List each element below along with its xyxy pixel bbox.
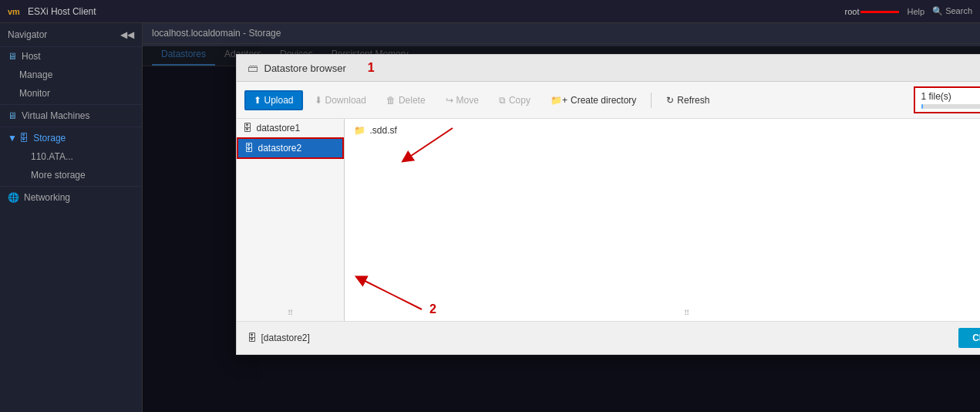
toolbar-separator bbox=[651, 93, 652, 108]
delete-icon: 🗑 bbox=[386, 95, 396, 106]
move-icon: ↪ bbox=[446, 95, 453, 106]
topbar-user: root bbox=[844, 7, 899, 16]
dialog-toolbar: ⬆ Upload ⬇ Download 🗑 Delete ↪ Move bbox=[237, 82, 981, 119]
create-dir-icon: 📁+ bbox=[551, 95, 567, 106]
copy-button[interactable]: ⧉ Copy bbox=[490, 91, 539, 110]
sidebar-item-storage[interactable]: ▼ 🗄 Storage bbox=[0, 129, 142, 147]
sidebar-item-monitor[interactable]: Monitor bbox=[0, 84, 142, 103]
dialog-footer: 🗄 [datastore2] CLOSE bbox=[237, 321, 981, 354]
files-info-box: 1 file(s) 2% bbox=[914, 86, 981, 113]
file-list-pane: 📁 .sdd.sf ⠿ bbox=[345, 119, 981, 321]
collapse-icon[interactable]: ◀◀ bbox=[120, 29, 134, 40]
networking-label: Networking bbox=[24, 192, 70, 203]
datastore2-item[interactable]: 🗄 datastore2 bbox=[237, 137, 344, 159]
vm-icon: 🖥 bbox=[8, 110, 17, 121]
content-area: localhost.localdomain - Storage Datastor… bbox=[143, 23, 980, 412]
files-count: 1 file(s) bbox=[921, 91, 951, 102]
sidebar-item-manage[interactable]: Manage bbox=[0, 66, 142, 84]
refresh-icon: ↻ bbox=[666, 95, 674, 106]
move-button[interactable]: ↪ Move bbox=[437, 91, 487, 110]
datastore2-label: datastore2 bbox=[258, 143, 302, 154]
topbar: vm ESXi Host Client root Help 🔍 Search bbox=[0, 0, 980, 23]
progress-bar-fill bbox=[921, 104, 923, 109]
sidebar-header: Navigator ◀◀ bbox=[0, 23, 142, 47]
sidebar: Navigator ◀◀ 🖥 Host Manage Monitor 🖥 Vir… bbox=[0, 23, 143, 412]
copy-icon: ⧉ bbox=[499, 95, 506, 106]
topbar-title: ESXi Host Client bbox=[28, 6, 96, 17]
annotation-1: 1 bbox=[368, 61, 375, 75]
storage-icon: ▼ 🗄 bbox=[8, 133, 29, 144]
current-datastore-label: [datastore2] bbox=[261, 333, 310, 343]
datastore-browser-dialog: 🗃 Datastore browser 1 ⬆ Upload ⬇ Downloa… bbox=[236, 54, 981, 355]
datastore1-item[interactable]: 🗄 datastore1 bbox=[237, 119, 344, 137]
main-layout: Navigator ◀◀ 🖥 Host Manage Monitor 🖥 Vir… bbox=[0, 23, 980, 412]
dialog-titlebar: 🗃 Datastore browser 1 bbox=[237, 55, 981, 82]
datastore1-icon: 🗄 bbox=[243, 123, 252, 133]
left-scroll-handle: ⠿ bbox=[288, 309, 293, 317]
vms-label: Virtual Machines bbox=[22, 110, 90, 121]
breadcrumb: localhost.localdomain - Storage bbox=[143, 23, 980, 44]
host-icon: 🖥 bbox=[8, 51, 17, 62]
current-datastore-icon: 🗄 bbox=[248, 333, 257, 343]
sidebar-item-vms[interactable]: 🖥 Virtual Machines bbox=[0, 106, 142, 125]
more-storage-label: More storage bbox=[31, 170, 86, 181]
folder-icon: 📁 bbox=[354, 125, 365, 136]
dialog-title: Datastore browser bbox=[264, 62, 346, 74]
sidebar-item-networking[interactable]: 🌐 Networking bbox=[0, 188, 142, 207]
datastore-list-pane: 🗄 datastore1 🗄 datastore2 ⠿ bbox=[237, 119, 345, 321]
create-directory-button[interactable]: 📁+ Create directory bbox=[542, 91, 645, 110]
overlay: 🗃 Datastore browser 1 ⬆ Upload ⬇ Downloa… bbox=[143, 46, 980, 412]
topbar-logo: vm bbox=[8, 7, 20, 16]
sidebar-item-host[interactable]: 🖥 Host bbox=[0, 47, 142, 66]
topbar-help[interactable]: Help bbox=[907, 7, 924, 16]
net-icon: 🌐 bbox=[8, 192, 19, 203]
upload-button[interactable]: ⬆ Upload bbox=[244, 90, 303, 110]
refresh-button[interactable]: ↻ Refresh bbox=[658, 91, 718, 110]
monitor-label: Monitor bbox=[19, 88, 50, 99]
delete-button[interactable]: 🗑 Delete bbox=[378, 91, 434, 110]
sdd-folder-item[interactable]: 📁 .sdd.sf bbox=[348, 122, 981, 139]
download-button[interactable]: ⬇ Download bbox=[306, 91, 375, 110]
upload-icon: ⬆ bbox=[254, 95, 261, 106]
footer-left: 🗄 [datastore2] bbox=[248, 333, 310, 343]
topbar-search[interactable]: 🔍 Search bbox=[932, 6, 972, 16]
sidebar-host-label: Host bbox=[22, 51, 41, 62]
topbar-right: root Help 🔍 Search bbox=[844, 6, 972, 16]
storage-label: Storage bbox=[33, 133, 66, 144]
ata-label: 110.ATA... bbox=[31, 151, 73, 162]
datastore1-label: datastore1 bbox=[257, 123, 301, 133]
navigator-label: Navigator bbox=[8, 29, 47, 40]
download-icon: ⬇ bbox=[315, 95, 322, 106]
close-button[interactable]: CLOSE bbox=[958, 328, 980, 348]
dialog-body: 🗄 datastore1 🗄 datastore2 ⠿ 📁 bbox=[237, 119, 981, 321]
sidebar-item-ata[interactable]: 110.ATA... bbox=[0, 147, 142, 166]
dialog-title-icon: 🗃 bbox=[248, 62, 258, 74]
toolbar-right: 1 file(s) 2% bbox=[914, 86, 981, 113]
datastore2-icon: 🗄 bbox=[244, 143, 254, 154]
sidebar-item-more-storage[interactable]: More storage bbox=[0, 166, 142, 184]
manage-label: Manage bbox=[19, 69, 52, 80]
files-info-row: 1 file(s) 2% bbox=[921, 91, 981, 102]
progress-bar-container bbox=[921, 104, 981, 109]
right-scroll-handle: ⠿ bbox=[684, 309, 689, 317]
sdd-folder-label: .sdd.sf bbox=[370, 125, 397, 136]
